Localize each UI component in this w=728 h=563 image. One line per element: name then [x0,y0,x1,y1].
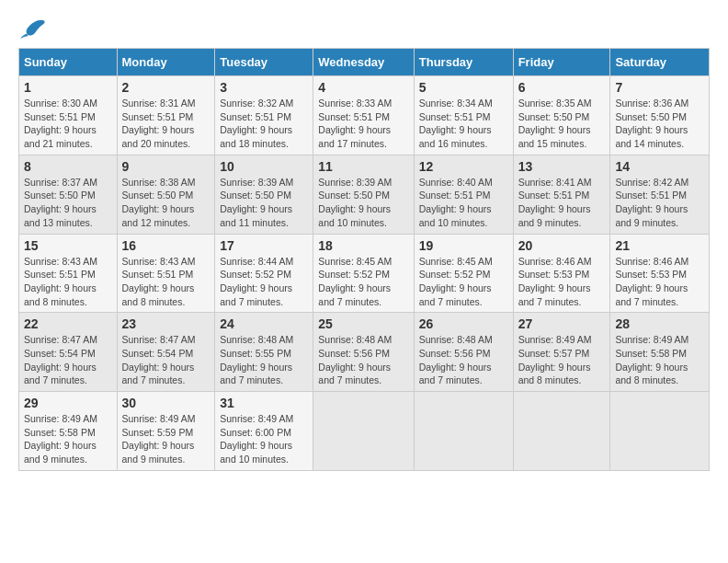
calendar-header-tuesday: Tuesday [215,49,313,76]
day-info: Sunrise: 8:49 AMSunset: 5:57 PMDaylight:… [518,334,592,385]
day-info: Sunrise: 8:41 AMSunset: 5:51 PMDaylight:… [518,177,592,228]
calendar-cell: 14 Sunrise: 8:42 AMSunset: 5:51 PMDaylig… [610,155,710,234]
day-info: Sunrise: 8:33 AMSunset: 5:51 PMDaylight:… [318,98,392,149]
calendar-cell: 13 Sunrise: 8:41 AMSunset: 5:51 PMDaylig… [513,155,610,234]
calendar-table: SundayMondayTuesdayWednesdayThursdayFrid… [18,48,710,471]
calendar-header-thursday: Thursday [414,49,513,76]
day-info: Sunrise: 8:43 AMSunset: 5:51 PMDaylight:… [24,256,97,307]
calendar-header-saturday: Saturday [610,49,710,76]
day-info: Sunrise: 8:43 AMSunset: 5:51 PMDaylight:… [122,256,196,307]
day-info: Sunrise: 8:45 AMSunset: 5:52 PMDaylight:… [419,256,493,307]
day-info: Sunrise: 8:47 AMSunset: 5:54 PMDaylight:… [24,334,97,385]
calendar-cell [414,392,513,471]
day-number: 6 [518,80,606,95]
calendar-cell: 11 Sunrise: 8:39 AMSunset: 5:50 PMDaylig… [313,155,414,234]
calendar-cell: 17 Sunrise: 8:44 AMSunset: 5:52 PMDaylig… [215,234,313,313]
calendar-cell: 5 Sunrise: 8:34 AMSunset: 5:51 PMDayligh… [414,76,513,155]
day-number: 30 [122,396,210,410]
day-number: 11 [318,159,408,174]
calendar-cell: 4 Sunrise: 8:33 AMSunset: 5:51 PMDayligh… [313,76,414,155]
calendar-cell: 21 Sunrise: 8:46 AMSunset: 5:53 PMDaylig… [610,234,710,313]
calendar-cell: 24 Sunrise: 8:48 AMSunset: 5:55 PMDaylig… [215,313,313,392]
calendar-cell: 27 Sunrise: 8:49 AMSunset: 5:57 PMDaylig… [513,313,610,392]
day-number: 20 [518,238,606,253]
calendar-cell [313,392,414,471]
day-info: Sunrise: 8:49 AMSunset: 5:59 PMDaylight:… [122,413,196,465]
day-number: 16 [122,238,210,253]
calendar-cell: 28 Sunrise: 8:49 AMSunset: 5:58 PMDaylig… [610,313,710,392]
calendar-header-wednesday: Wednesday [313,49,414,76]
day-number: 9 [122,159,210,174]
calendar-cell: 30 Sunrise: 8:49 AMSunset: 5:59 PMDaylig… [117,392,215,471]
day-number: 12 [419,159,508,174]
day-number: 24 [220,316,308,331]
day-number: 2 [122,80,210,95]
day-info: Sunrise: 8:30 AMSunset: 5:51 PMDaylight:… [24,98,97,149]
day-info: Sunrise: 8:35 AMSunset: 5:50 PMDaylight:… [518,98,592,149]
day-number: 17 [220,238,308,253]
calendar-week-row: 1 Sunrise: 8:30 AMSunset: 5:51 PMDayligh… [19,76,710,155]
day-number: 27 [518,316,606,331]
day-number: 3 [220,80,308,95]
day-number: 18 [318,238,408,253]
day-info: Sunrise: 8:34 AMSunset: 5:51 PMDaylight:… [419,98,493,149]
calendar-cell: 8 Sunrise: 8:37 AMSunset: 5:50 PMDayligh… [19,155,118,234]
day-info: Sunrise: 8:42 AMSunset: 5:51 PMDaylight:… [615,177,688,228]
day-number: 31 [220,396,308,410]
calendar-cell: 26 Sunrise: 8:48 AMSunset: 5:56 PMDaylig… [414,313,513,392]
calendar-week-row: 8 Sunrise: 8:37 AMSunset: 5:50 PMDayligh… [19,155,710,234]
day-number: 13 [518,159,606,174]
day-info: Sunrise: 8:36 AMSunset: 5:50 PMDaylight:… [615,98,688,149]
calendar-cell: 29 Sunrise: 8:49 AMSunset: 5:58 PMDaylig… [19,392,118,471]
day-info: Sunrise: 8:46 AMSunset: 5:53 PMDaylight:… [518,256,592,307]
calendar-header-sunday: Sunday [19,49,118,76]
calendar-cell: 25 Sunrise: 8:48 AMSunset: 5:56 PMDaylig… [313,313,414,392]
day-number: 8 [24,159,112,174]
calendar-cell: 23 Sunrise: 8:47 AMSunset: 5:54 PMDaylig… [117,313,215,392]
day-info: Sunrise: 8:44 AMSunset: 5:52 PMDaylight:… [220,256,293,307]
day-info: Sunrise: 8:47 AMSunset: 5:54 PMDaylight:… [122,334,196,385]
calendar-week-row: 15 Sunrise: 8:43 AMSunset: 5:51 PMDaylig… [19,234,710,313]
day-info: Sunrise: 8:48 AMSunset: 5:56 PMDaylight:… [419,334,493,385]
calendar-cell: 1 Sunrise: 8:30 AMSunset: 5:51 PMDayligh… [19,76,118,155]
day-info: Sunrise: 8:40 AMSunset: 5:51 PMDaylight:… [419,177,493,228]
calendar-cell: 16 Sunrise: 8:43 AMSunset: 5:51 PMDaylig… [117,234,215,313]
day-number: 22 [24,316,112,331]
calendar-cell: 6 Sunrise: 8:35 AMSunset: 5:50 PMDayligh… [513,76,610,155]
day-info: Sunrise: 8:48 AMSunset: 5:56 PMDaylight:… [318,334,392,385]
calendar-cell: 7 Sunrise: 8:36 AMSunset: 5:50 PMDayligh… [610,76,710,155]
calendar-header-monday: Monday [117,49,215,76]
day-number: 23 [122,316,210,331]
calendar-week-row: 29 Sunrise: 8:49 AMSunset: 5:58 PMDaylig… [19,392,710,471]
day-info: Sunrise: 8:48 AMSunset: 5:55 PMDaylight:… [220,334,293,385]
day-number: 26 [419,316,508,331]
logo [18,18,46,39]
calendar-cell: 20 Sunrise: 8:46 AMSunset: 5:53 PMDaylig… [513,234,610,313]
calendar-header-friday: Friday [513,49,610,76]
day-info: Sunrise: 8:39 AMSunset: 5:50 PMDaylight:… [220,177,293,228]
day-number: 21 [615,238,704,253]
day-number: 14 [615,159,704,174]
day-info: Sunrise: 8:32 AMSunset: 5:51 PMDaylight:… [220,98,293,149]
calendar-cell [610,392,710,471]
calendar-cell: 19 Sunrise: 8:45 AMSunset: 5:52 PMDaylig… [414,234,513,313]
day-number: 15 [24,238,112,253]
calendar-cell: 3 Sunrise: 8:32 AMSunset: 5:51 PMDayligh… [215,76,313,155]
day-number: 25 [318,316,408,331]
day-info: Sunrise: 8:31 AMSunset: 5:51 PMDaylight:… [122,98,196,149]
day-number: 1 [24,80,112,95]
day-info: Sunrise: 8:37 AMSunset: 5:50 PMDaylight:… [24,177,97,228]
calendar-cell: 22 Sunrise: 8:47 AMSunset: 5:54 PMDaylig… [19,313,118,392]
day-number: 10 [220,159,308,174]
day-number: 19 [419,238,508,253]
day-number: 29 [24,396,112,410]
day-number: 5 [419,80,508,95]
calendar-cell: 15 Sunrise: 8:43 AMSunset: 5:51 PMDaylig… [19,234,118,313]
calendar-cell: 9 Sunrise: 8:38 AMSunset: 5:50 PMDayligh… [117,155,215,234]
day-info: Sunrise: 8:39 AMSunset: 5:50 PMDaylight:… [318,177,392,228]
day-info: Sunrise: 8:38 AMSunset: 5:50 PMDaylight:… [122,177,196,228]
day-number: 4 [318,80,408,95]
calendar-cell: 31 Sunrise: 8:49 AMSunset: 6:00 PMDaylig… [215,392,313,471]
day-info: Sunrise: 8:46 AMSunset: 5:53 PMDaylight:… [615,256,688,307]
logo-icon [20,18,46,39]
